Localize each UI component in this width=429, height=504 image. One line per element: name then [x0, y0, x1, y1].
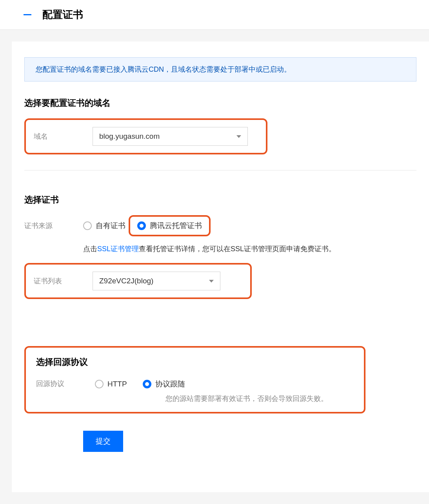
info-banner: 您配置证书的域名需要已接入腾讯云CDN，且域名状态需要处于部署中或已启动。	[24, 57, 416, 82]
protocol-follow-label: 协议跟随	[155, 379, 185, 389]
section-protocol-title: 选择回源协议	[36, 356, 354, 368]
section-domain-title: 选择要配置证书的域名	[24, 97, 416, 109]
cert-source-hosted-highlight: 腾讯云托管证书	[129, 215, 211, 236]
section-cert: 选择证书 证书来源 自有证书 腾讯云托管证书 点击SSL证书管理查看托管证书详情…	[24, 194, 416, 299]
domain-select-value: blog.yugasun.com	[99, 132, 160, 141]
ssl-manage-link[interactable]: SSL证书管理	[97, 245, 139, 253]
protocol-http-label: HTTP	[107, 380, 127, 388]
cert-source-label: 证书来源	[24, 221, 83, 230]
cert-list-highlight: 证书列表 Z92eVC2J(blog)	[24, 263, 252, 299]
info-text: 您配置证书的域名需要已接入腾讯云CDN，且域名状态需要处于部署中或已启动。	[36, 65, 291, 73]
cert-source-hosted-label: 腾讯云托管证书	[150, 221, 202, 231]
cert-list-select[interactable]: Z92eVC2J(blog)	[93, 272, 220, 290]
submit-button[interactable]: 提交	[83, 431, 123, 452]
cert-hint-prefix: 点击	[83, 245, 97, 253]
chevron-down-icon	[236, 135, 241, 138]
cert-source-own-label: 自有证书	[96, 221, 125, 231]
domain-highlight: 域名 blog.yugasun.com	[24, 118, 267, 154]
radio-checked-icon	[137, 221, 146, 230]
section-cert-title: 选择证书	[24, 194, 416, 206]
cert-source-hosted-radio[interactable]: 腾讯云托管证书	[137, 221, 202, 231]
cert-hint: 点击SSL证书管理查看托管证书详情，您可以在SSL证书管理页面申请免费证书。	[83, 244, 416, 254]
domain-label: 域名	[34, 132, 93, 141]
cert-source-own-radio[interactable]: 自有证书	[83, 221, 125, 231]
domain-select[interactable]: blog.yugasun.com	[93, 127, 248, 146]
header-indicator	[24, 14, 31, 15]
radio-checked-icon	[143, 380, 151, 388]
protocol-http-radio[interactable]: HTTP	[95, 380, 127, 388]
cert-list-value: Z92eVC2J(blog)	[99, 277, 153, 285]
section-domain: 选择要配置证书的域名 域名 blog.yugasun.com	[24, 97, 416, 154]
protocol-label: 回源协议	[36, 379, 95, 388]
page-header: 配置证书	[0, 0, 429, 30]
cert-hint-suffix: 查看托管证书详情，您可以在SSL证书管理页面申请免费证书。	[139, 245, 336, 253]
content-panel: 您配置证书的域名需要已接入腾讯云CDN，且域名状态需要处于部署中或已启动。 选择…	[12, 42, 429, 492]
chevron-down-icon	[209, 280, 214, 283]
radio-unchecked-icon	[95, 380, 104, 388]
radio-unchecked-icon	[83, 221, 92, 230]
cert-list-label: 证书列表	[34, 276, 93, 286]
section-protocol-highlight: 选择回源协议 回源协议 HTTP 协议跟随 您的源站需要部署有效证书，否则会导致…	[24, 346, 365, 413]
page-title: 配置证书	[42, 8, 83, 22]
divider	[24, 170, 416, 170]
protocol-hint: 您的源站需要部署有效证书，否则会导致回源失败。	[165, 394, 328, 403]
protocol-follow-radio[interactable]: 协议跟随	[143, 379, 185, 389]
